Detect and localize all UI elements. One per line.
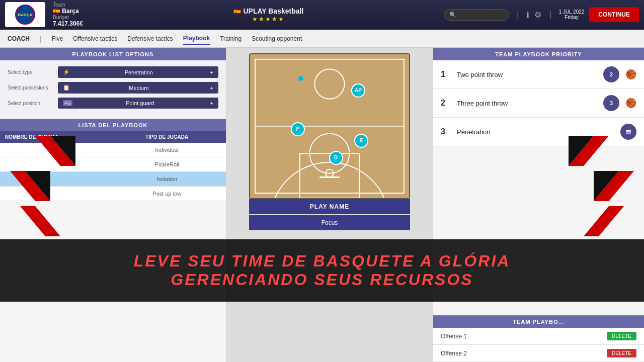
priority-section-title: TEAM PLAYBOOK PRIORITY	[433, 48, 644, 60]
playbook-row-1[interactable]: Individual	[0, 143, 226, 157]
priority-row-2[interactable]: 2 Three point throw 3 🏀	[433, 89, 644, 118]
app-title-flag: 🇪🇸 UPLAY Basketball	[233, 7, 303, 16]
team-playbook-section: TEAM PLAYBO... Offense 1 DELETE Offense …	[433, 315, 644, 362]
filter-pos-plus: +	[210, 100, 213, 106]
team-value: 🇪🇸 Barça	[53, 8, 83, 15]
priority-name-2: Three point throw	[457, 100, 597, 107]
separator2: |	[549, 10, 551, 19]
search-box[interactable]: 🔍	[444, 9, 509, 21]
center-info: 🇪🇸 UPLAY Basketball ★★★★★	[93, 7, 444, 23]
playbook-section-title: LISTA DEL PLAYBOOK	[0, 119, 226, 131]
wavy-icon: ≋	[625, 128, 631, 136]
playbook-rows: Individual PickleRoll Isolation Post up …	[0, 143, 226, 201]
logo-text: BARÇA	[18, 13, 33, 17]
sub-row-1-name: Offense 1	[441, 333, 467, 340]
left-panel: PLAYBOOK LIST OPTIONS Select type ⚡ Pene…	[0, 48, 226, 362]
priority-name-3: Penetration	[457, 128, 614, 136]
budget-label: Budget	[53, 15, 83, 20]
playbook-row-3[interactable]: Isolation	[0, 172, 226, 187]
nav-playbook[interactable]: Playbook	[183, 33, 210, 45]
priority-num-1: 1	[441, 70, 451, 79]
team-info: Team 🇪🇸 Barça Budget 7.417.306€	[53, 2, 83, 27]
row3-name	[5, 176, 113, 182]
date-info: 1 JUL 2022 Friday	[559, 9, 585, 20]
row1-name	[5, 147, 113, 153]
filter-section: Select type ⚡ Penetration + Select posse…	[0, 60, 226, 119]
filter-type-icon: ⚡	[63, 69, 70, 75]
nav-five[interactable]: Five	[52, 33, 63, 44]
sub-row-2: Offense 2 DELETE	[433, 345, 644, 362]
priority-num-2: 2	[441, 99, 451, 108]
player-ap: AP	[351, 83, 365, 98]
rating-stars: ★★★★★	[252, 16, 285, 23]
priority-badge-num-2: 3	[610, 100, 613, 106]
nav-scouting[interactable]: Scouting opponent	[252, 33, 302, 44]
filter-pos-value: Point guard	[126, 100, 154, 106]
search-icon: 🔍	[449, 12, 456, 18]
player-b: B	[329, 151, 343, 165]
filter-type-row: Select type ⚡ Penetration +	[8, 66, 218, 78]
budget-value: 7.417.306€	[53, 20, 83, 27]
priority-list: 1 Two point throw 2 🏀 2 Three point thro…	[433, 60, 644, 315]
filter-type-plus: +	[210, 69, 213, 75]
filter-poss-plus: +	[210, 85, 213, 91]
row4-name	[5, 191, 113, 197]
filter-poss-label: Select possesions	[8, 85, 58, 90]
header-right: 🔍 | ℹ ⚙ | 1 JUL 2022 Friday CONTINUE	[444, 7, 639, 22]
nav-coach: COACH	[8, 33, 30, 44]
filter-poss-value: Medium	[129, 85, 148, 91]
player-small-dot	[298, 76, 303, 81]
row1-type: Individual	[113, 147, 221, 153]
playbook-list-title: PLAYBOOK LIST OPTIONS	[0, 48, 226, 60]
filter-poss-select[interactable]: 📋 Medium +	[58, 82, 218, 94]
nav-bar: COACH | Five Offensive tactics Defensive…	[0, 30, 644, 48]
row2-type: PickleRoll	[113, 161, 221, 167]
priority-name-1: Two point throw	[457, 71, 597, 78]
continue-button[interactable]: CONTINUE	[589, 7, 639, 22]
playbook-section: LISTA DEL PLAYBOOK NOMBRE DE JUGADA TIPO…	[0, 119, 226, 362]
playbook-row-4[interactable]: Post up low	[0, 187, 226, 201]
settings-icon[interactable]: ⚙	[534, 10, 541, 20]
header: BARÇA Team 🇪🇸 Barça Budget 7.417.306€ 🇪🇸…	[0, 0, 644, 30]
delete-btn-2[interactable]: DELETE	[607, 349, 636, 357]
playbook-sub-title: LISTA DEL PLAYBOOK	[78, 122, 148, 128]
delete-btn-1[interactable]: DELETE	[607, 332, 636, 340]
right-panel: TEAM PLAYBOOK PRIORITY 1 Two point throw…	[433, 48, 644, 362]
team-label: Team	[53, 2, 83, 8]
priority-row-1[interactable]: 1 Two point throw 2 🏀	[433, 60, 644, 89]
court-container: AP P E B	[249, 53, 410, 199]
filter-pos-select[interactable]: PG Point guard +	[58, 98, 218, 109]
nav-offensive[interactable]: Offensive tactics	[73, 33, 117, 44]
row3-type: Isolation	[113, 176, 221, 182]
nav-defensive[interactable]: Defensive tactics	[127, 33, 173, 44]
sub-rows: Offense 1 DELETE Offense 2 DELETE	[433, 328, 644, 362]
sub-row-2-name: Offense 2	[441, 350, 467, 357]
nav-training[interactable]: Training	[220, 33, 242, 44]
basket-icon-1: 🏀	[625, 69, 636, 80]
filter-pos-abbr: PG	[63, 100, 72, 106]
row4-type: Post up low	[113, 191, 221, 197]
app-title: UPLAY Basketball	[243, 7, 303, 15]
logo-area: BARÇA	[5, 2, 45, 27]
filter-poss-icon: 📋	[63, 84, 70, 91]
nav-divider: |	[40, 35, 42, 43]
sub-row-1: Offense 1 DELETE	[433, 328, 644, 345]
playbook-row-2[interactable]: PickleRoll	[0, 157, 226, 172]
filter-poss-row: Select possesions 📋 Medium +	[8, 82, 218, 94]
playbook-table-header: NOMBRE DE JUGADA TIPO DE JUGADA	[0, 131, 226, 143]
main-content: PLAYBOOK LIST OPTIONS Select type ⚡ Pene…	[0, 48, 644, 362]
row2-name	[5, 161, 113, 167]
priority-badge-3: ≋	[620, 124, 636, 140]
team-playbook-title: TEAM PLAYBO...	[433, 316, 644, 328]
filter-type-select[interactable]: ⚡ Penetration +	[58, 66, 218, 78]
filter-type-value: Penetration	[125, 69, 153, 75]
team-logo: BARÇA	[15, 5, 35, 25]
filter-type-label: Select type	[8, 69, 58, 75]
col-type-header: TIPO DE JUGADA	[113, 134, 221, 140]
priority-row-3[interactable]: 3 Penetration ≋	[433, 118, 644, 146]
filter-pos-row: Select position PG Point guard +	[8, 98, 218, 109]
info-icon[interactable]: ℹ	[526, 10, 529, 20]
day-value: Friday	[559, 15, 585, 20]
priority-badge-1: 2	[603, 66, 619, 82]
separator: |	[517, 10, 519, 19]
